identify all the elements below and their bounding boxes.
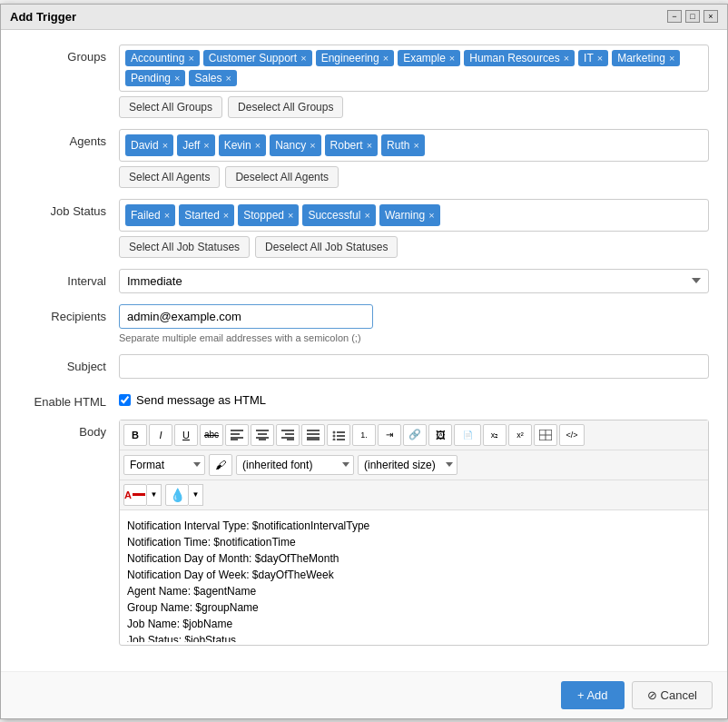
tag-successful-remove[interactable]: ×	[364, 210, 369, 221]
subject-control: $agentName $jobName $jobType Job $job	[119, 354, 709, 379]
body-textarea[interactable]: Notification Interval Type: $notificatio…	[120, 510, 708, 642]
tag-robert-remove[interactable]: ×	[367, 140, 372, 151]
font-select[interactable]: (inherited font) Arial Times New Roman	[236, 455, 354, 475]
tag-human-resources-remove[interactable]: ×	[564, 53, 569, 64]
tag-david-remove[interactable]: ×	[162, 140, 168, 151]
tag-ruth-remove[interactable]: ×	[413, 140, 418, 151]
interval-row: Interval Immediate Daily Weekly Monthly	[19, 269, 709, 293]
svg-rect-11	[287, 439, 294, 440]
align-center-button[interactable]	[251, 424, 274, 446]
subject-input[interactable]: $agentName $jobName $jobType Job $job	[119, 354, 709, 379]
cancel-label: Cancel	[661, 688, 697, 702]
tag-successful: Successful ×	[302, 204, 375, 226]
select-all-groups-button[interactable]: Select All Groups	[119, 96, 222, 118]
body-control: B I U abc	[119, 420, 709, 646]
text-color-button[interactable]: A	[123, 484, 147, 506]
svg-point-18	[333, 434, 336, 437]
indent-button[interactable]: ⇥	[378, 424, 401, 446]
link-button[interactable]: 🔗	[403, 424, 427, 446]
deselect-all-groups-button[interactable]: Deselect All Groups	[228, 96, 343, 118]
tag-started-remove[interactable]: ×	[223, 210, 229, 221]
tag-jeff: Jeff ×	[177, 134, 215, 156]
minimize-button[interactable]: −	[667, 10, 682, 23]
select-all-agents-button[interactable]: Select All Agents	[119, 166, 220, 188]
svg-rect-21	[337, 439, 345, 440]
groups-label: Groups	[19, 45, 119, 64]
job-status-select-row: Select All Job Statuses Deselect All Job…	[119, 236, 709, 258]
align-right-button[interactable]	[276, 424, 300, 446]
strikethrough-button[interactable]: abc	[200, 424, 223, 446]
close-button[interactable]: ×	[703, 10, 718, 23]
recipients-input[interactable]	[119, 304, 373, 329]
underline-button[interactable]: U	[174, 424, 198, 446]
text-color-group: A ▼	[123, 484, 162, 506]
tag-pending: Pending ×	[125, 70, 185, 86]
tag-nancy-remove[interactable]: ×	[310, 140, 315, 151]
tag-engineering-remove[interactable]: ×	[383, 53, 389, 64]
bold-button[interactable]: B	[123, 424, 147, 446]
svg-rect-17	[337, 431, 345, 433]
svg-rect-13	[307, 433, 320, 435]
italic-button[interactable]: I	[149, 424, 172, 446]
tag-stopped-remove[interactable]: ×	[288, 210, 293, 221]
interval-control: Immediate Daily Weekly Monthly	[119, 269, 709, 293]
tag-kevin-remove[interactable]: ×	[255, 140, 261, 151]
enable-html-label: Enable HTML	[19, 390, 119, 409]
title-bar: Add Trigger − □ ×	[1, 5, 727, 30]
toolbar-row-1: B I U abc	[120, 420, 708, 450]
tag-example-remove[interactable]: ×	[449, 53, 455, 64]
tag-jeff-remove[interactable]: ×	[203, 140, 209, 151]
align-left-button[interactable]	[225, 424, 249, 446]
tag-customer-support: Customer Support ×	[203, 50, 312, 66]
tag-kevin: Kevin ×	[219, 134, 266, 156]
agents-control: David × Jeff × Kevin × Nancy × Robert × …	[119, 129, 709, 188]
paintbrush-button[interactable]: 🖌	[209, 454, 232, 476]
tag-warning: Warning ×	[379, 204, 440, 226]
svg-rect-12	[307, 430, 320, 431]
subscript-button[interactable]: x₂	[483, 424, 507, 446]
text-color-dropdown[interactable]: ▼	[147, 484, 162, 506]
fill-color-button[interactable]: 💧	[165, 484, 189, 506]
format-select[interactable]: Format Heading 1 Heading 2 Paragraph	[123, 455, 205, 475]
image-button[interactable]: 🖼	[428, 424, 452, 446]
tag-warning-remove[interactable]: ×	[428, 210, 434, 221]
tag-sales: Sales ×	[189, 70, 236, 86]
agents-row: Agents David × Jeff × Kevin × Nancy × Ro…	[19, 129, 709, 188]
fill-color-dropdown[interactable]: ▼	[189, 484, 203, 506]
groups-tag-container: Accounting × Customer Support × Engineer…	[119, 45, 709, 92]
svg-rect-0	[231, 430, 243, 431]
add-trigger-dialog: Add Trigger − □ × Groups Accounting × Cu…	[0, 4, 728, 719]
send-as-html-checkbox[interactable]	[119, 394, 131, 406]
tag-it: IT ×	[578, 50, 608, 66]
select-all-statuses-button[interactable]: Select All Job Statuses	[119, 236, 250, 258]
justify-button[interactable]	[301, 424, 325, 446]
tag-accounting: Accounting ×	[125, 50, 200, 66]
recipients-label: Recipients	[19, 304, 119, 323]
body-editor: B I U abc	[119, 420, 709, 646]
tag-customer-support-remove[interactable]: ×	[300, 53, 306, 64]
superscript-button[interactable]: x²	[508, 424, 532, 446]
add-button[interactable]: + Add	[561, 681, 625, 709]
size-select[interactable]: (inherited size) 8pt 10pt 12pt	[358, 455, 457, 475]
ordered-list-button[interactable]: 1.	[352, 424, 376, 446]
tag-sales-remove[interactable]: ×	[226, 73, 231, 84]
cancel-button[interactable]: ⊘ Cancel	[632, 681, 713, 709]
tag-ruth: Ruth ×	[381, 134, 425, 156]
deselect-all-statuses-button[interactable]: Deselect All Job Statuses	[255, 236, 398, 258]
tag-robert: Robert ×	[325, 134, 378, 156]
maximize-button[interactable]: □	[685, 10, 700, 23]
tag-marketing-remove[interactable]: ×	[669, 53, 674, 64]
subject-row: Subject $agentName $jobName $jobType Job…	[19, 354, 709, 379]
tag-failed: Failed ×	[125, 204, 175, 226]
interval-select[interactable]: Immediate Daily Weekly Monthly	[119, 269, 709, 293]
tag-failed-remove[interactable]: ×	[164, 210, 170, 221]
tag-it-remove[interactable]: ×	[597, 53, 603, 64]
insert-source-button[interactable]: 📄	[454, 424, 481, 446]
deselect-all-agents-button[interactable]: Deselect All Agents	[225, 166, 339, 188]
table-button[interactable]	[534, 424, 557, 446]
unordered-list-button[interactable]	[327, 424, 350, 446]
tag-david: David ×	[125, 134, 173, 156]
tag-pending-remove[interactable]: ×	[174, 73, 180, 84]
tag-accounting-remove[interactable]: ×	[188, 53, 193, 64]
html-source-button[interactable]: </>	[559, 424, 585, 446]
